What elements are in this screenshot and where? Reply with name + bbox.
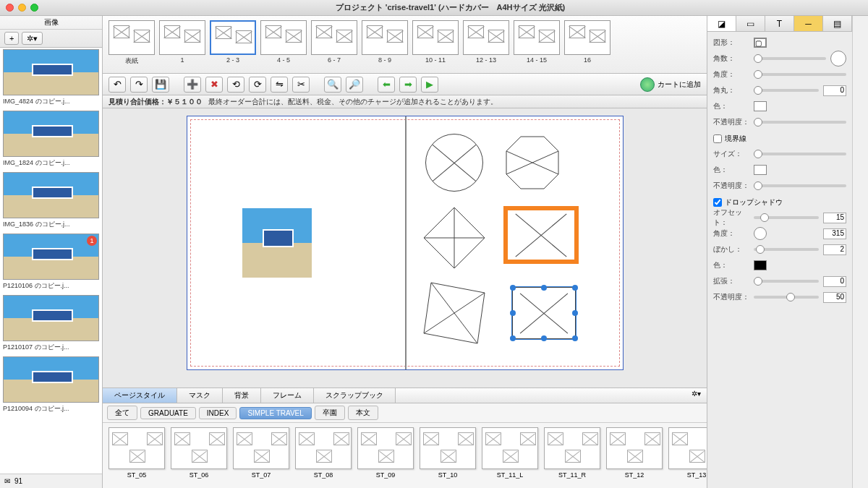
corner-dial[interactable] (830, 51, 846, 67)
tab-gear-button[interactable]: ✲▾ (686, 388, 707, 403)
insp-tab-shape[interactable]: ◪ (707, 16, 736, 31)
opacity-slider[interactable] (754, 121, 846, 124)
insp-tab-page[interactable]: ▤ (823, 16, 852, 31)
corners-slider[interactable] (754, 57, 826, 60)
border-size-slider[interactable] (754, 153, 846, 155)
placed-photo[interactable] (242, 208, 312, 278)
border-opacity-slider[interactable] (754, 184, 846, 187)
shape-circle[interactable] (425, 134, 483, 192)
spread-slider[interactable] (754, 280, 819, 283)
page-left[interactable] (187, 116, 405, 369)
shape-selected-rect[interactable] (512, 287, 576, 339)
prev-button[interactable]: ⬅ (378, 77, 395, 93)
scrollbar-gutter[interactable] (852, 16, 868, 488)
add-to-cart[interactable]: カートに追加 (640, 77, 701, 92)
delete-page-button[interactable]: ✖ (205, 77, 223, 93)
bottom-tab[interactable]: スクラップブック (314, 388, 396, 403)
filter-chip[interactable]: 全て (107, 406, 137, 420)
rotate-right-button[interactable]: ⟳ (249, 77, 266, 93)
page-thumb[interactable]: 表紙 (109, 20, 155, 66)
add-image-button[interactable]: + (4, 32, 19, 45)
maximize-icon[interactable] (30, 4, 38, 12)
template-thumb[interactable]: ST_06 (171, 427, 227, 484)
blur-slider[interactable] (754, 248, 819, 251)
page-thumb[interactable]: 8 - 9 (362, 20, 408, 64)
offset-value[interactable]: 15 (823, 213, 846, 223)
sopacity-slider[interactable] (754, 296, 819, 299)
filter-chip[interactable]: GRADUATE (140, 407, 196, 419)
book-spread[interactable] (187, 116, 624, 370)
fill-color-swatch[interactable] (754, 101, 767, 111)
next-button[interactable]: ➡ (399, 77, 417, 93)
undo-button[interactable]: ↶ (109, 77, 126, 93)
filter-chip[interactable]: INDEX (199, 407, 237, 419)
save-button[interactable]: 💾 (152, 77, 169, 93)
page-thumb[interactable]: 4 - 5 (260, 20, 307, 64)
redo-button[interactable]: ↷ (130, 77, 148, 93)
angle-dial[interactable] (754, 227, 767, 240)
close-icon[interactable] (6, 4, 14, 12)
spread-value[interactable]: 0 (823, 276, 846, 287)
image-thumb[interactable]: IMG_4824 のコピー.j... (0, 48, 102, 109)
page-thumb[interactable]: 2 - 3 (210, 20, 256, 64)
border-checkbox[interactable] (713, 134, 722, 143)
filter-chip[interactable]: 卒園 (315, 406, 345, 420)
sopacity-value[interactable]: 50 (823, 292, 846, 303)
page-strip[interactable]: 表紙12 - 34 - 56 - 78 - 910 - 1112 - 1314 … (103, 16, 707, 74)
minimize-icon[interactable] (18, 4, 26, 12)
sangle-value[interactable]: 315 (823, 228, 846, 239)
template-thumb[interactable]: ST_05 (109, 427, 165, 484)
page-thumb[interactable]: 10 - 11 (412, 20, 459, 64)
template-thumb[interactable]: ST_12 (606, 427, 663, 484)
border-color-swatch[interactable] (754, 165, 767, 175)
canvas-area[interactable] (103, 108, 707, 388)
template-thumb[interactable]: ST_11_L (482, 427, 538, 484)
add-page-button[interactable]: ➕ (184, 77, 201, 93)
filter-chip[interactable]: SIMPLE TRAVEL (239, 407, 311, 419)
angle-slider[interactable] (754, 73, 846, 76)
template-thumb[interactable]: ST_10 (420, 427, 476, 484)
zoom-out-button[interactable]: 🔍 (324, 77, 341, 93)
shape-rotated-rect[interactable] (418, 277, 490, 349)
shape-diamond[interactable] (421, 205, 488, 271)
page-thumb[interactable]: 12 - 13 (463, 20, 509, 64)
insp-tab-layout[interactable]: ▭ (736, 16, 765, 31)
zoom-in-button[interactable]: 🔎 (346, 77, 363, 93)
radius-value[interactable]: 0 (823, 85, 846, 96)
shadow-checkbox[interactable] (713, 198, 722, 207)
insp-tab-ruler[interactable]: ─ (794, 16, 823, 31)
image-thumb[interactable]: IMG_1836 のコピー.j... (0, 171, 102, 232)
page-thumb[interactable]: 6 - 7 (311, 20, 357, 64)
radius-slider[interactable] (754, 89, 819, 92)
shape-type-swatch[interactable]: ▢ (754, 38, 767, 48)
image-thumb[interactable]: IMG_1824 のコピー.j... (0, 109, 102, 171)
page-thumb[interactable]: 14 - 15 (514, 20, 560, 64)
image-thumb[interactable]: P1210107 のコピー.j... (0, 294, 102, 355)
page-thumb[interactable]: 1 (159, 20, 205, 64)
template-thumb[interactable]: ST_11_R (544, 427, 600, 484)
image-thumb-list[interactable]: IMG_4824 のコピー.j...IMG_1824 のコピー.j...IMG_… (0, 48, 102, 474)
offset-slider[interactable] (754, 216, 819, 219)
template-strip[interactable]: ST_05ST_06ST_07ST_08ST_09ST_10ST_11_LST_… (103, 423, 707, 488)
sidebar-gear-button[interactable]: ✲▾ (22, 32, 43, 45)
template-thumb[interactable]: ST_07 (233, 427, 289, 484)
page-thumb[interactable]: 16 (564, 20, 610, 64)
bottom-tab[interactable]: フレーム (261, 388, 314, 403)
page-right[interactable] (405, 116, 623, 369)
bottom-tab[interactable]: ページスタイル (103, 388, 177, 403)
template-thumb[interactable]: ST_13 (668, 427, 707, 484)
shadow-color-swatch[interactable] (754, 260, 767, 270)
play-button[interactable]: ▶ (421, 77, 438, 93)
insp-tab-text[interactable]: T (765, 16, 794, 31)
template-thumb[interactable]: ST_09 (357, 427, 414, 484)
shape-rect-orange[interactable] (503, 206, 579, 264)
crop-button[interactable]: ✂ (292, 77, 310, 93)
image-thumb[interactable]: 1P1210106 のコピー.j... (0, 232, 102, 294)
template-thumb[interactable]: ST_08 (295, 427, 352, 484)
image-thumb[interactable]: P1210094 のコピー.j... (0, 355, 102, 416)
shape-octagon[interactable] (503, 134, 561, 192)
filter-chip[interactable]: 本文 (348, 406, 378, 420)
bottom-tab[interactable]: マスク (177, 388, 223, 403)
blur-value[interactable]: 2 (823, 244, 846, 255)
bottom-tab[interactable]: 背景 (223, 388, 261, 403)
